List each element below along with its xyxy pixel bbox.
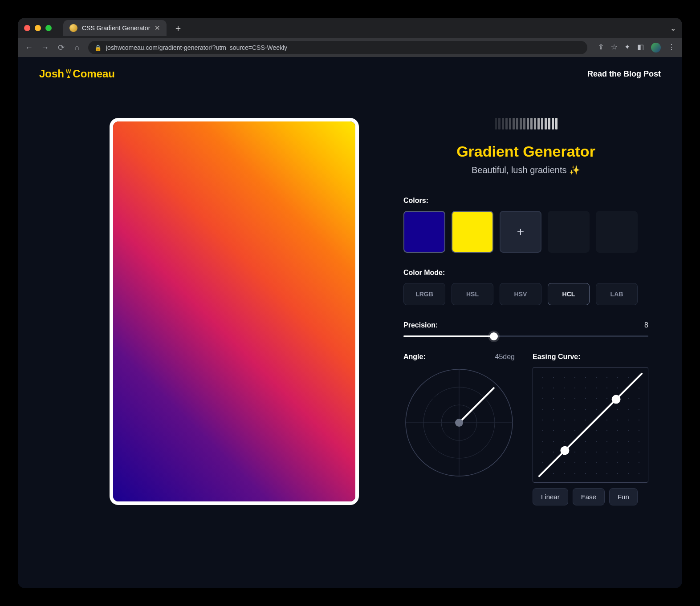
color-swatch-0[interactable] xyxy=(403,211,445,253)
browser-toolbar: ← → ⟳ ⌂ 🔒 joshwcomeau.com/gradient-gener… xyxy=(18,38,682,57)
site-logo[interactable]: Josh W▴ Comeau xyxy=(39,68,115,80)
easing-preset-linear[interactable]: Linear xyxy=(533,488,568,505)
close-window-icon[interactable] xyxy=(24,25,30,31)
gradient-preview xyxy=(110,118,359,505)
colors-label: Colors: xyxy=(403,197,648,205)
angle-dial[interactable] xyxy=(403,367,515,478)
angle-label: Angle: xyxy=(403,353,426,361)
add-color-button[interactable]: + xyxy=(500,211,541,253)
easing-label: Easing Curve: xyxy=(533,353,648,361)
home-icon[interactable]: ⌂ xyxy=(72,43,82,53)
decorative-bars-icon xyxy=(403,118,648,129)
minimize-window-icon[interactable] xyxy=(35,25,41,31)
page-subtitle: Beautiful, lush gradients ✨ xyxy=(403,165,648,175)
color-mode-hsv[interactable]: HSV xyxy=(500,283,541,305)
precision-slider[interactable] xyxy=(403,335,648,337)
precision-slider-thumb[interactable] xyxy=(490,332,498,340)
easing-preset-ease[interactable]: Ease xyxy=(573,488,605,505)
browser-tabbar: CSS Gradient Generator ✕ ＋ ⌄ xyxy=(18,18,682,38)
color-mode-hsl[interactable]: HSL xyxy=(452,283,493,305)
easing-curve-editor[interactable] xyxy=(533,367,648,483)
maximize-window-icon[interactable] xyxy=(45,25,52,31)
page-title: Gradient Generator xyxy=(403,143,648,160)
close-tab-icon[interactable]: ✕ xyxy=(155,24,160,32)
lock-icon: 🔒 xyxy=(94,44,102,51)
precision-label: Precision: xyxy=(403,321,438,329)
blog-post-link[interactable]: Read the Blog Post xyxy=(587,69,661,79)
color-swatch-1[interactable] xyxy=(452,211,493,253)
tab-title: CSS Gradient Generator xyxy=(82,24,150,32)
profile-avatar-icon[interactable] xyxy=(651,43,661,53)
tabs-chevron-icon[interactable]: ⌄ xyxy=(670,24,676,32)
easing-preset-fun[interactable]: Fun xyxy=(609,488,638,505)
reload-icon[interactable]: ⟳ xyxy=(56,43,66,53)
angle-value: 45deg xyxy=(495,353,515,361)
color-mode-lrgb[interactable]: LRGB xyxy=(403,283,445,305)
gradient-preview-canvas xyxy=(113,121,355,501)
url-text: joshwcomeau.com/gradient-generator/?utm_… xyxy=(106,44,287,51)
sidepanel-icon[interactable]: ◧ xyxy=(637,43,644,53)
color-swatch-empty xyxy=(596,211,638,253)
forward-icon[interactable]: → xyxy=(40,43,50,53)
svg-point-6 xyxy=(455,419,463,427)
plus-icon: + xyxy=(517,225,524,239)
color-mode-label: Color Mode: xyxy=(403,269,648,277)
back-icon[interactable]: ← xyxy=(24,43,34,53)
color-mode-hcl[interactable]: HCL xyxy=(548,283,590,305)
logo-text-right: Comeau xyxy=(73,68,115,80)
logo-caret-icon: W▴ xyxy=(66,69,71,78)
easing-handle-2[interactable] xyxy=(612,395,621,404)
color-mode-lab[interactable]: LAB xyxy=(596,283,638,305)
precision-value: 8 xyxy=(644,321,648,329)
logo-text-left: Josh xyxy=(39,68,64,80)
extensions-icon[interactable]: ✦ xyxy=(624,43,630,53)
svg-line-5 xyxy=(459,388,494,423)
macos-window-controls[interactable] xyxy=(24,25,52,31)
share-icon[interactable]: ⇪ xyxy=(598,43,604,53)
star-icon[interactable]: ☆ xyxy=(611,43,617,53)
color-swatch-empty xyxy=(548,211,590,253)
menu-icon[interactable]: ⋮ xyxy=(668,43,676,53)
new-tab-icon[interactable]: ＋ xyxy=(174,22,183,34)
easing-handle-1[interactable] xyxy=(561,446,570,455)
favicon-icon xyxy=(69,24,77,32)
url-bar[interactable]: 🔒 joshwcomeau.com/gradient-generator/?ut… xyxy=(88,41,587,54)
browser-tab[interactable]: CSS Gradient Generator ✕ xyxy=(63,20,167,36)
